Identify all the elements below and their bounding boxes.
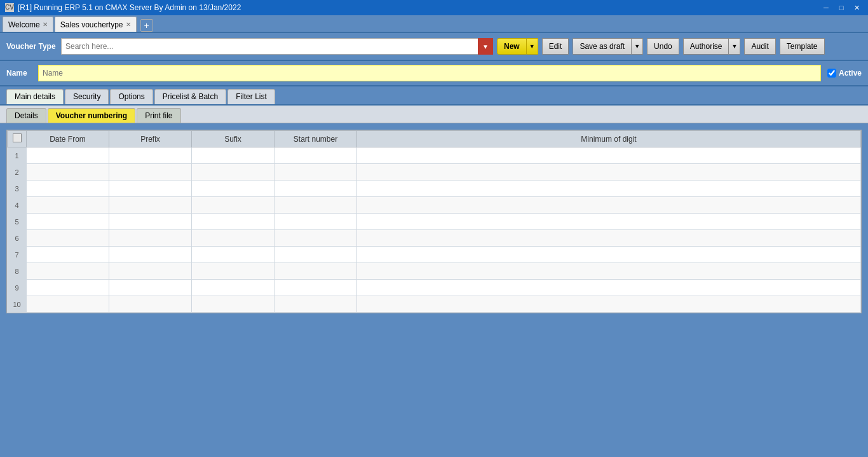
cell-min-digit[interactable] [357,197,861,214]
save-dropdown-button[interactable] [632,38,643,55]
table-row[interactable]: 6 [8,230,861,247]
cell-date-from[interactable] [27,181,109,197]
cell-prefix[interactable] [109,164,192,181]
cell-prefix[interactable] [109,230,192,247]
cell-sufix[interactable] [192,263,275,280]
tab-main-details[interactable]: Main details [6,89,64,104]
tab-options[interactable]: Options [110,89,153,104]
tab-voucher-numbering[interactable]: Voucher numbering [48,108,135,123]
table-row[interactable]: 3 [8,181,861,197]
new-button[interactable]: New [497,38,527,55]
cell-sufix[interactable] [192,230,275,247]
cell-prefix[interactable] [109,181,192,197]
tab-add-button[interactable]: + [140,19,153,32]
cell-start-number[interactable] [275,197,357,214]
cell-prefix[interactable] [109,280,192,296]
authorise-button[interactable]: Authorise [683,38,729,55]
row-number: 8 [8,263,27,280]
cell-start-number[interactable] [275,214,357,230]
cell-min-digit[interactable] [357,296,861,313]
table-row[interactable]: 7 [8,247,861,263]
authorise-dropdown-button[interactable] [729,38,740,55]
tab-welcome-close[interactable]: ✕ [43,21,48,28]
cell-date-from[interactable] [27,164,109,181]
cell-sufix[interactable] [192,181,275,197]
cell-sufix[interactable] [192,197,275,214]
cell-min-digit[interactable] [357,263,861,280]
cell-date-from[interactable] [27,263,109,280]
cell-min-digit[interactable] [357,247,861,263]
cell-start-number[interactable] [275,263,357,280]
table-row[interactable]: 5 [8,214,861,230]
cell-sufix[interactable] [192,214,275,230]
cell-sufix[interactable] [192,147,275,164]
tab-print-file[interactable]: Print file [137,108,180,123]
cell-min-digit[interactable] [357,164,861,181]
cell-sufix[interactable] [192,247,275,263]
cell-start-number[interactable] [275,280,357,296]
cell-date-from[interactable] [27,247,109,263]
voucher-type-search[interactable] [61,38,493,55]
cell-date-from[interactable] [27,214,109,230]
cell-min-digit[interactable] [357,147,861,164]
cell-prefix[interactable] [109,247,192,263]
undo-button[interactable]: Undo [647,38,679,55]
cell-date-from[interactable] [27,197,109,214]
cell-prefix[interactable] [109,296,192,313]
tab-filter-list[interactable]: Filter List [227,89,275,104]
tab-security[interactable]: Security [65,89,109,104]
tab-sales-vouchertype-close[interactable]: ✕ [126,21,131,28]
template-button[interactable]: Template [780,38,825,55]
tab-bar: Welcome ✕ Sales vouchertype ✕ + [0,15,868,33]
row-number: 3 [8,181,27,197]
row-number: 5 [8,214,27,230]
name-input[interactable] [38,65,821,81]
cell-prefix[interactable] [109,197,192,214]
cell-min-digit[interactable] [357,214,861,230]
table-row[interactable]: 8 [8,263,861,280]
minimize-button[interactable]: ─ [820,3,832,13]
cell-prefix[interactable] [109,147,192,164]
save-as-draft-button[interactable]: Save as draft [573,38,632,55]
tab-details[interactable]: Details [6,108,46,123]
cell-min-digit[interactable] [357,181,861,197]
table-row[interactable]: 4 [8,197,861,214]
cell-min-digit[interactable] [357,230,861,247]
table-row[interactable]: 1 [8,147,861,164]
maximize-button[interactable]: □ [835,3,848,13]
cell-prefix[interactable] [109,214,192,230]
grid-header-start-number: Start number [275,131,357,147]
grid-header-min-digit: Minimum of digit [357,131,861,147]
new-dropdown-button[interactable] [527,38,538,55]
row-number: 7 [8,247,27,263]
table-row[interactable]: 2 [8,164,861,181]
cell-sufix[interactable] [192,296,275,313]
cell-prefix[interactable] [109,263,192,280]
edit-button[interactable]: Edit [542,38,569,55]
cell-sufix[interactable] [192,164,275,181]
audit-button[interactable]: Audit [744,38,775,55]
search-dropdown-button[interactable] [478,38,493,55]
title-bar-text: [R1] Running ERP 5.1 on CMAX Server By A… [18,3,241,12]
cell-start-number[interactable] [275,181,357,197]
cell-start-number[interactable] [275,230,357,247]
close-button[interactable]: ✕ [850,3,863,13]
table-row[interactable]: 9 [8,280,861,296]
select-all-checkbox[interactable] [13,133,22,142]
cell-date-from[interactable] [27,147,109,164]
cell-sufix[interactable] [192,280,275,296]
cell-date-from[interactable] [27,280,109,296]
cell-date-from[interactable] [27,296,109,313]
tab-welcome[interactable]: Welcome ✕ [3,17,53,32]
cell-start-number[interactable] [275,247,357,263]
table-row[interactable]: 10 [8,296,861,313]
cell-start-number[interactable] [275,296,357,313]
tab-pricelist-batch[interactable]: Pricelist & Batch [154,89,226,104]
active-checkbox[interactable] [827,69,836,78]
cell-start-number[interactable] [275,147,357,164]
toolbar: Voucher Type New Edit Save as draft Undo… [0,33,868,61]
tab-sales-vouchertype[interactable]: Sales vouchertype ✕ [55,17,137,32]
cell-start-number[interactable] [275,164,357,181]
cell-min-digit[interactable] [357,280,861,296]
cell-date-from[interactable] [27,230,109,247]
